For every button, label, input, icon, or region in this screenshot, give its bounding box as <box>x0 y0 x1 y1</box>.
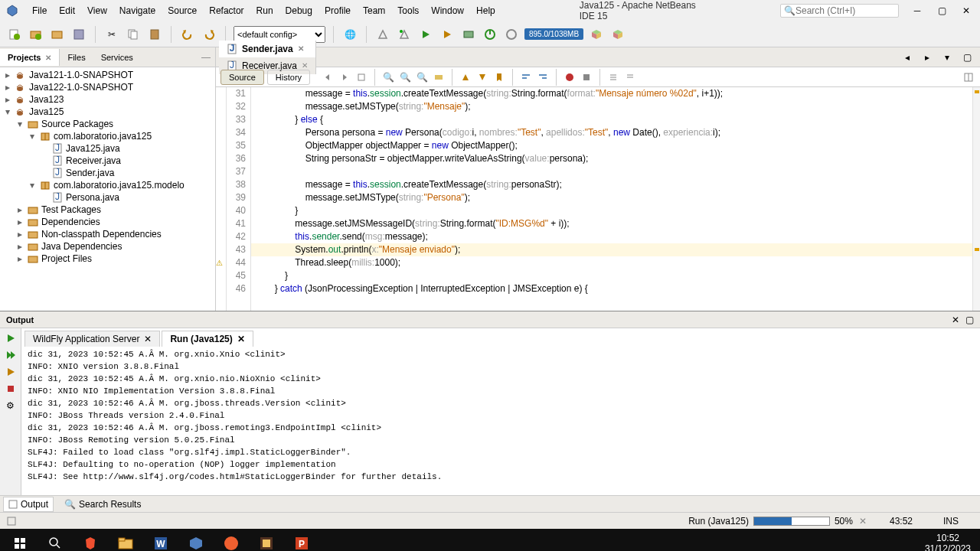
start-button[interactable] <box>3 529 37 551</box>
output-text[interactable]: dic 31, 2023 10:52:45 A.Â M. org.xnio.Xn… <box>21 347 980 495</box>
tree-node[interactable]: JJava125.java <box>0 142 215 155</box>
tree-toggle-icon[interactable]: ▸ <box>15 204 24 215</box>
close-icon[interactable]: ✕ <box>298 44 304 53</box>
source-tab[interactable]: Source <box>220 70 264 85</box>
nav-back-icon[interactable] <box>321 70 335 84</box>
code-line[interactable]: } <box>251 269 972 282</box>
tree-node[interactable]: ▸Test Packages <box>0 204 215 216</box>
nav-fwd-icon[interactable] <box>338 70 351 84</box>
tree-node[interactable]: ▸Dependencies <box>0 216 215 228</box>
output-tab[interactable]: Run (Java125)✕ <box>162 331 253 347</box>
notifications-icon[interactable] <box>6 516 17 527</box>
build-icon[interactable] <box>374 26 391 43</box>
menu-help[interactable]: Help <box>470 2 501 19</box>
debug-icon[interactable] <box>439 26 456 43</box>
tree-toggle-icon[interactable]: ▾ <box>28 180 37 191</box>
history-tab[interactable]: History <box>267 70 310 85</box>
menu-team[interactable]: Team <box>357 2 391 19</box>
code-line[interactable]: message = this.session.createTextMessage… <box>251 87 972 100</box>
macro-stop-icon[interactable] <box>580 70 593 84</box>
menu-view[interactable]: View <box>81 2 113 19</box>
redo-icon[interactable] <box>201 26 217 43</box>
find-next-icon[interactable]: 🔍 <box>415 70 429 84</box>
maximize-button[interactable]: ▢ <box>934 3 949 18</box>
close-icon[interactable]: ✕ <box>237 334 245 344</box>
bottom-tab-output[interactable]: Output <box>3 497 54 512</box>
profile-attach-icon[interactable] <box>503 26 520 43</box>
toggle-highlight-icon[interactable] <box>432 70 446 84</box>
sidebar-tab-services[interactable]: Services <box>93 49 141 66</box>
status-insert-mode[interactable]: INS <box>943 516 959 527</box>
new-project-icon[interactable] <box>28 26 44 43</box>
code-line[interactable]: message = this.session.createTextMessage… <box>251 178 972 191</box>
search-box[interactable]: 🔍 <box>780 4 899 18</box>
code-line[interactable]: this.sender.send(msg:message); <box>251 230 972 243</box>
nb-cube1-icon[interactable] <box>588 26 605 43</box>
brave-icon[interactable] <box>74 529 107 551</box>
taskbar-clock[interactable]: 10:52 31/12/2023 <box>919 533 977 551</box>
tree-node[interactable]: JPersona.java <box>0 191 215 204</box>
tree-node[interactable]: ▸Java122-1.0-SNAPSHOT <box>0 81 215 93</box>
status-stop-icon[interactable]: ✕ <box>859 516 867 527</box>
copy-icon[interactable] <box>125 26 142 43</box>
tree-toggle-icon[interactable]: ▸ <box>3 94 12 105</box>
tree-node[interactable]: ▸Java123 <box>0 93 215 106</box>
output-tab[interactable]: WildFly Application Server✕ <box>24 331 160 347</box>
powerpoint-icon[interactable]: P <box>285 529 318 551</box>
tree-node[interactable]: ▸Non-classpath Dependencies <box>0 228 215 240</box>
menu-navigate[interactable]: Navigate <box>113 2 162 19</box>
tree-toggle-icon[interactable]: ▸ <box>3 70 12 80</box>
tree-node[interactable]: ▸Java Dependencies <box>0 240 215 253</box>
sidebar-tab-files[interactable]: Files <box>60 49 93 66</box>
menu-profile[interactable]: Profile <box>318 2 357 19</box>
code-line[interactable]: } catch (JsonProcessingException | Inter… <box>251 282 972 295</box>
undo-icon[interactable] <box>179 26 196 43</box>
menu-window[interactable]: Window <box>425 2 470 19</box>
tab-maximize-icon[interactable]: ▢ <box>959 49 975 66</box>
code-line[interactable] <box>251 165 972 178</box>
run-icon[interactable] <box>417 26 434 43</box>
bottom-tab-search[interactable]: 🔍 Search Results <box>60 497 145 511</box>
tree-toggle-icon[interactable]: ▸ <box>15 229 24 240</box>
rerun-icon[interactable] <box>4 331 18 345</box>
tree-node[interactable]: ▸Project Files <box>0 253 215 265</box>
nav-last-edit-icon[interactable] <box>354 70 368 84</box>
code-editor[interactable]: 31323334353637383940414243444546 message… <box>216 87 980 311</box>
memory-badge[interactable]: 895.0/1038MB <box>524 28 583 40</box>
project-tree[interactable]: ▸Java121-1.0-SNAPSHOT▸Java122-1.0-SNAPSH… <box>0 67 215 311</box>
output-maximize-icon[interactable]: ▢ <box>965 315 974 325</box>
stop-run-icon[interactable] <box>4 382 18 396</box>
tree-node[interactable]: ▸Java121-1.0-SNAPSHOT <box>0 69 215 81</box>
explorer-icon[interactable] <box>109 529 142 551</box>
code-line[interactable]: String personaStr = objectMapper.writeVa… <box>251 152 972 165</box>
debug-rerun-icon[interactable] <box>4 365 18 379</box>
rerun-all-icon[interactable] <box>4 348 18 362</box>
code-line[interactable]: message.setJMSType(string:"Persona"); <box>251 191 972 204</box>
prev-bookmark-icon[interactable] <box>459 70 472 84</box>
editor-tab[interactable]: JSender.java✕ <box>219 41 316 57</box>
shift-left-icon[interactable] <box>519 70 533 84</box>
tree-toggle-icon[interactable]: ▸ <box>15 241 24 252</box>
profile-icon[interactable] <box>482 26 498 43</box>
save-all-icon[interactable] <box>70 26 87 43</box>
status-progress[interactable] <box>753 517 830 526</box>
cut-icon[interactable]: ✂ <box>103 26 120 43</box>
next-bookmark-icon[interactable] <box>475 70 489 84</box>
tree-node[interactable]: ▾com.laboratorio.java125 <box>0 130 215 142</box>
toggle-bookmark-icon[interactable] <box>492 70 506 84</box>
code-line[interactable]: message.setJMSMessageID(string:String.fo… <box>251 217 972 230</box>
menu-run[interactable]: Run <box>250 2 279 19</box>
globe-icon[interactable]: 🌐 <box>341 26 358 43</box>
menu-source[interactable]: Source <box>162 2 203 19</box>
macro-rec-icon[interactable] <box>563 70 577 84</box>
paste-icon[interactable] <box>146 26 163 43</box>
open-project-icon[interactable] <box>49 26 66 43</box>
tree-toggle-icon[interactable]: ▸ <box>15 253 24 264</box>
clean-build-icon[interactable] <box>396 26 413 43</box>
menu-edit[interactable]: Edit <box>53 2 81 19</box>
tab-list-icon[interactable]: ▾ <box>939 49 956 66</box>
find-prev-icon[interactable]: 🔍 <box>398 70 412 84</box>
split-icon[interactable] <box>962 70 975 84</box>
tree-toggle-icon[interactable]: ▾ <box>3 106 12 117</box>
menu-file[interactable]: File <box>26 2 53 19</box>
